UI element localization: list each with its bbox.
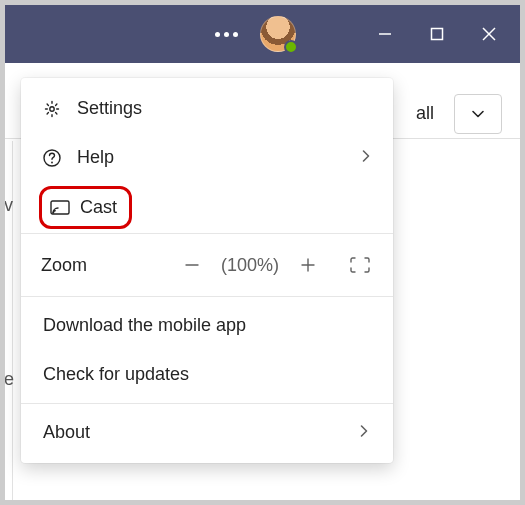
more-options-button[interactable] [199,24,254,45]
peek-text-2: e [5,369,14,390]
svg-rect-1 [432,29,443,40]
call-button-fragment[interactable]: all [406,97,444,130]
app-window: all v e Settings Help [5,5,520,500]
cast-icon [50,200,70,216]
menu-divider [21,403,393,404]
svg-point-8 [53,211,55,213]
menu-divider [21,296,393,297]
title-bar [5,5,520,63]
svg-point-4 [50,106,54,110]
left-panel-strip: v e [5,141,13,500]
settings-label: Settings [77,98,373,119]
zoom-in-button[interactable] [295,252,321,278]
fullscreen-button[interactable] [347,252,373,278]
help-icon [41,148,63,168]
menu-item-about[interactable]: About [21,408,393,457]
chevron-right-icon [359,147,373,168]
minimize-icon [378,27,392,41]
maximize-button[interactable] [414,11,460,57]
menu-divider [21,233,393,234]
menu-item-download[interactable]: Download the mobile app [21,301,393,350]
menu-item-updates[interactable]: Check for updates [21,350,393,399]
zoom-out-button[interactable] [179,252,205,278]
menu-item-zoom: Zoom (100%) [21,238,393,292]
presence-badge [284,40,298,54]
download-label: Download the mobile app [43,315,371,336]
settings-menu: Settings Help Cast Zoom [21,78,393,463]
menu-item-cast[interactable]: Cast [39,186,132,229]
zoom-label: Zoom [41,255,163,276]
gear-icon [41,99,63,119]
peek-text-1: v [5,195,13,216]
about-label: About [43,422,357,443]
cast-label: Cast [80,197,117,218]
zoom-value: (100%) [221,255,279,276]
chevron-right-icon [357,422,371,443]
call-dropdown-button[interactable] [454,94,502,134]
plus-icon [300,257,316,273]
chevron-down-icon [470,106,486,122]
profile-avatar[interactable] [260,16,296,52]
help-label: Help [77,147,345,168]
minus-icon [184,257,200,273]
maximize-icon [430,27,444,41]
content-area: all v e Settings Help [5,63,520,500]
svg-point-6 [51,161,53,163]
menu-item-help[interactable]: Help [21,133,393,182]
fullscreen-icon [350,257,370,273]
menu-item-settings[interactable]: Settings [21,84,393,133]
close-icon [482,27,496,41]
close-button[interactable] [466,11,512,57]
minimize-button[interactable] [362,11,408,57]
updates-label: Check for updates [43,364,371,385]
